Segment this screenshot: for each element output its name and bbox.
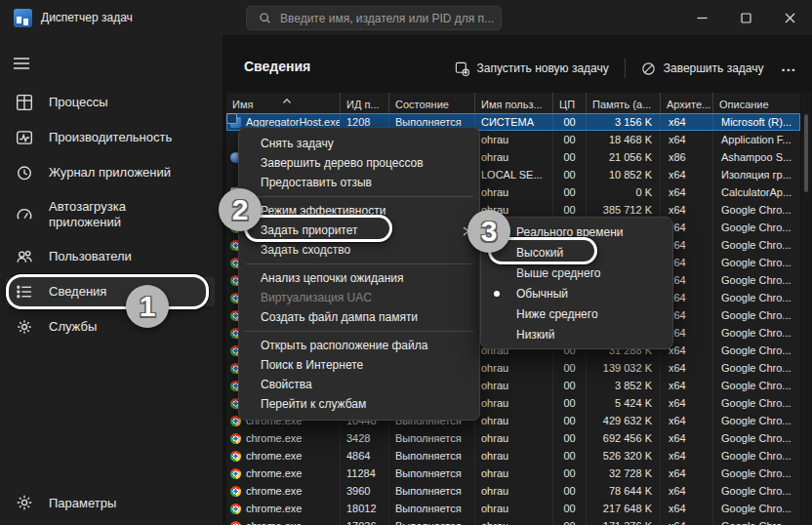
navigation-menu-button[interactable] [13,57,32,72]
cell: Google Chro... [712,271,800,289]
cell: 3 852 K [586,377,660,394]
maximize-button[interactable] [724,0,768,35]
context-menu-item-15[interactable]: Перейти к службам [239,394,479,414]
sidebar-item-4[interactable]: Пользователи [6,242,215,271]
search-box[interactable] [246,6,502,30]
cell: Google Chro... [712,447,800,464]
table-row[interactable]: chrome.exe18012Выполняетсяohrau00217 648… [226,500,800,517]
cell: 00 [552,464,586,482]
cell: ohrau [474,394,552,412]
cell: 526 320 K [586,447,660,464]
minimize-button[interactable] [680,0,724,35]
cell: 18 468 K [586,131,660,148]
context-menu-item-13[interactable]: Поиск в Интернете [239,355,479,375]
search-input[interactable] [280,12,501,25]
context-menu-item-14[interactable]: Свойства [239,375,479,394]
sidebar-item-6[interactable]: Службы [6,312,215,342]
priority-option-3[interactable]: Обычный [481,283,672,303]
cell: Выполняется [388,517,474,525]
users-icon [16,248,33,265]
more-options-button[interactable]: ... [773,56,804,82]
context-menu-item-0[interactable]: Снять задачу [239,134,479,153]
sort-ascending-icon [283,94,291,99]
context-menu-item-8[interactable]: Анализ цепочки ожидания [239,268,479,288]
priority-option-2[interactable]: Выше среднего [481,262,672,283]
cell: Google Chro... [712,289,800,306]
cell: x64 [660,377,712,394]
annotation-capsule-details [6,274,209,309]
column-header-4[interactable]: ЦП [552,93,586,113]
titlebar: Диспетчер задач [0,0,812,35]
cell: x64 [660,113,712,131]
menu-item-label: Перейти к службам [261,397,366,411]
cell: CalculatorAp... [712,183,800,201]
column-header-3[interactable]: Имя польз... [474,93,552,113]
column-header-0[interactable]: Имя [226,93,340,113]
cell: Google Chro... [712,464,800,482]
table-row[interactable]: chrome.exe11284Выполняетсяohrau0032 728 … [226,464,800,482]
close-button[interactable] [768,0,812,35]
context-menu-item-6[interactable]: Задать сходство [239,240,479,260]
column-header-label: Архите... [667,99,710,110]
cell: ohrau [474,377,552,394]
sidebar-item-3[interactable]: Автозагрузка приложений [6,193,215,236]
cell: Google Chro... [712,429,800,447]
menu-item-label: Свойства [261,378,312,391]
column-header-label: Имя польз... [481,99,543,110]
search-icon [259,12,271,24]
cell: Выполняется [388,500,474,517]
cell: 217 648 K [586,500,660,517]
cell: x64 [660,464,712,482]
priority-option-5[interactable]: Низкий [481,324,672,344]
column-header-label: Имя [232,99,253,110]
cell: 00 [552,500,586,517]
cell: x64 [660,394,712,412]
context-menu-item-2[interactable]: Предоставить отзыв [239,173,479,192]
cell: chrome.exe [226,429,340,447]
cell: 11284 [340,464,388,482]
menu-separator [245,263,473,264]
task-manager-window: Диспетчер задач ПроцессыПроизводительнос… [0,0,812,525]
column-header-5[interactable]: Память (а... [586,93,660,113]
sidebar-item-0[interactable]: Процессы [6,88,215,117]
cell: x64 [660,166,712,183]
column-header-label: ИД п... [346,99,380,110]
cell: x64 [660,500,712,517]
cell: СИСТЕМА [474,113,552,131]
cell: ohrau [474,412,552,429]
end-task-button[interactable]: Завершить задачу [631,57,774,81]
column-header-1[interactable]: ИД п... [340,93,388,113]
cell: 00 [552,394,586,412]
cell: x64 [660,447,712,464]
table-row[interactable]: chrome.exe3428Выполняетсяohrau00692 456 … [226,429,800,447]
settings-label: Параметры [49,496,116,510]
context-menu-item-12[interactable]: Открыть расположение файла [239,336,479,355]
column-header-2[interactable]: Состояние [388,93,474,113]
column-header-6[interactable]: Архите... [660,93,712,113]
sidebar-item-1[interactable]: Производительность [6,123,215,152]
cell: x86 [660,148,712,166]
column-header-7[interactable]: Описание [712,93,800,113]
scrollbar-thumb[interactable] [804,114,808,192]
window-controls [680,0,812,35]
vertical-scrollbar[interactable] [801,93,811,525]
cell: Google Chro... [712,306,800,324]
table-row[interactable]: chrome.exe3960Выполняетсяohrau0078 644 K… [226,482,800,500]
task-manager-app-icon [14,9,32,27]
sidebar-item-2[interactable]: Журнал приложений [6,158,215,187]
cell: Google Chro... [712,359,800,377]
context-menu-item-10[interactable]: Создать файл дампа памяти [239,307,479,327]
sidebar-item-settings[interactable]: Параметры [6,488,211,517]
header-actions: Запустить новую задачу Завершить задачу … [445,55,804,82]
table-row[interactable]: chrome.exe4864Выполняетсяohrau00526 320 … [226,447,800,464]
cell: 00 [552,429,586,447]
page-title: Сведения [244,59,310,74]
table-header: ИмяИД п...СостояниеИмя польз...ЦППамять … [226,93,800,113]
menu-item-label: Завершить дерево процессов [261,156,424,170]
cell: 00 [552,517,586,525]
run-new-task-button[interactable]: Запустить новую задачу [445,57,619,81]
priority-option-4[interactable]: Ниже среднего [481,303,672,324]
minimize-icon [697,13,708,23]
table-row[interactable]: chrome.exe17036Выполняетсяohrau00171 376… [226,517,800,525]
context-menu-item-1[interactable]: Завершить дерево процессов [239,153,479,173]
